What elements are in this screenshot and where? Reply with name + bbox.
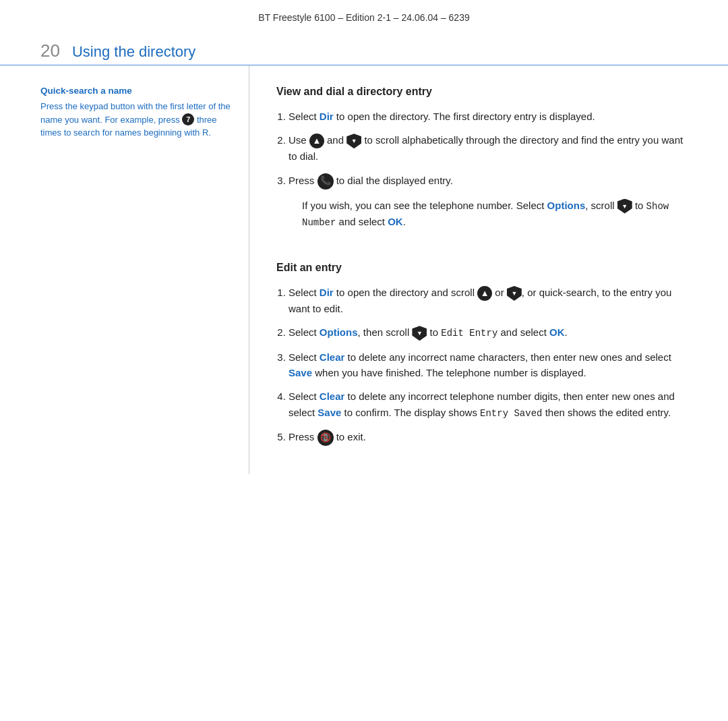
phone-dial-icon: 📞 <box>317 173 334 190</box>
ok-link-1: OK <box>388 216 403 227</box>
page-header: BT Freestyle 6100 – Edition 2-1 – 24.06.… <box>0 0 728 30</box>
step-3: Press 📞 to dial the displayed entry. <box>289 173 688 190</box>
steps-edit: Select Dir to open the directory and scr… <box>289 285 688 446</box>
down-shield-icon-3: ▼ <box>507 286 522 301</box>
phone-end-icon: 📵 <box>317 430 334 446</box>
down-shield-icon-2: ▼ <box>617 199 632 214</box>
content-area: Quick-search a name Press the keypad but… <box>0 65 728 474</box>
main-content: View and dial a directory entry Select D… <box>249 65 688 474</box>
edit-step-1: Select Dir to open the directory and scr… <box>289 285 688 316</box>
edit-step-2: Select Options, then scroll ▼ to Edit En… <box>289 324 688 341</box>
show-number-text: Show Number <box>302 201 669 229</box>
subsection-edit-entry: Edit an entry Select Dir to open the dir… <box>276 262 688 446</box>
section-title-bar: 20 Using the directory <box>0 30 728 65</box>
steps-view-dial: Select Dir to open the directory. The fi… <box>289 109 688 190</box>
save-link-1: Save <box>289 367 312 378</box>
up-arrow-icon: ▲ <box>309 134 324 148</box>
up-arrow-icon-2: ▲ <box>477 286 492 301</box>
clear-link-1: Clear <box>320 351 345 363</box>
edit-step-3: Select Clear to delete any incorrect nam… <box>289 349 688 381</box>
down-shield-icon-1: ▼ <box>346 134 361 148</box>
options-link-1: Options <box>547 200 586 211</box>
header-title: BT Freestyle 6100 – Edition 2-1 – 24.06.… <box>258 12 469 23</box>
down-shield-icon-4: ▼ <box>412 326 427 341</box>
ok-link-2: OK <box>549 326 565 338</box>
dir-link-2: Dir <box>320 287 334 298</box>
keypad-7-icon: 7 <box>182 113 194 125</box>
step-1: Select Dir to open the directory. The fi… <box>289 109 688 124</box>
subsection-view-dial: View and dial a directory entry Select D… <box>276 86 688 231</box>
dir-link-1: Dir <box>320 111 334 122</box>
options-link-2: Options <box>320 326 358 338</box>
entry-saved-text: Entry Saved <box>480 408 542 419</box>
edit-step-5: Press 📵 to exit. <box>289 429 688 446</box>
sidebar-tip-text: Press the keypad button with the first l… <box>40 100 235 140</box>
section-title: Using the directory <box>72 45 195 59</box>
subsection1-title: View and dial a directory entry <box>276 86 688 98</box>
divider-1 <box>276 241 688 262</box>
subsection2-title: Edit an entry <box>276 262 688 274</box>
step-2: Use ▲ and ▼ to scroll alphabetically thr… <box>289 132 688 164</box>
clear-link-2: Clear <box>320 391 345 402</box>
section-number: 20 <box>40 42 60 59</box>
sidebar-tip-title: Quick-search a name <box>40 86 235 96</box>
step-3-extra: If you wish, you can see the telephone n… <box>302 198 688 231</box>
sidebar: Quick-search a name Press the keypad but… <box>40 65 249 474</box>
edit-step-4: Select Clear to delete any incorrect tel… <box>289 388 688 421</box>
edit-entry-text: Edit Entry <box>441 328 497 339</box>
save-link-2: Save <box>317 407 341 418</box>
